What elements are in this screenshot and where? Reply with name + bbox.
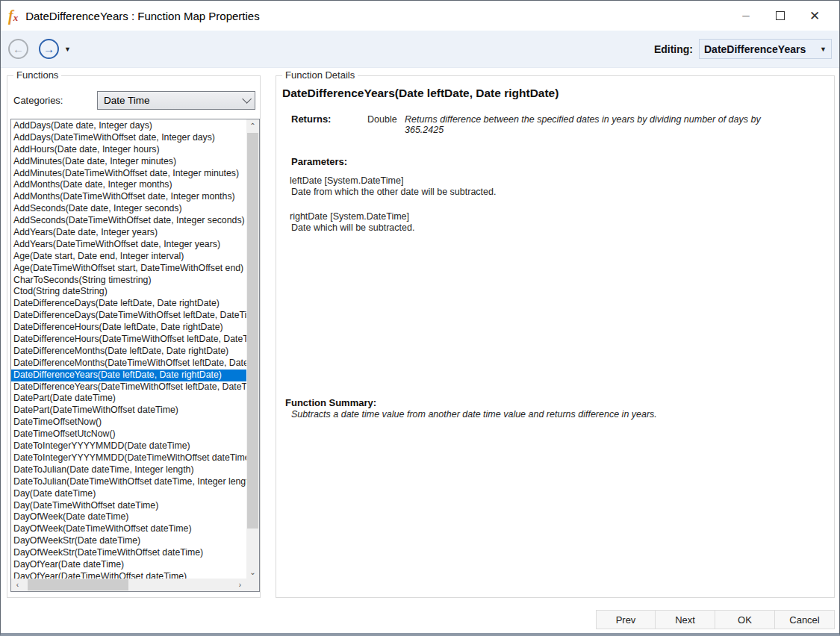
function-map-properties-dialog: fx DateDifferenceYears : Function Map Pr… [0, 0, 840, 636]
footer-button-bar: Prev Next OK Cancel [1, 605, 839, 633]
forward-arrow-icon: → [43, 43, 55, 55]
list-item[interactable]: DateDifferenceDays(Date leftDate, Date r… [11, 298, 246, 310]
list-item[interactable]: DateDifferenceHours(Date leftDate, Date … [11, 322, 246, 334]
list-item[interactable]: DateToJulian(Date dateTime, Integer leng… [11, 464, 246, 476]
forward-dropdown-caret-icon[interactable]: ▼ [64, 46, 71, 53]
minimize-button[interactable]: – [729, 4, 763, 27]
list-item[interactable]: DateTimeOffsetUtcNow() [11, 428, 246, 440]
editing-function-value: DateDifferenceYears [704, 43, 806, 55]
parameter-description: Date from which the other date will be s… [291, 187, 496, 197]
ok-button[interactable]: OK [715, 610, 775, 629]
list-item[interactable]: Day(DateTimeWithOffset dateTime) [11, 500, 246, 512]
list-item[interactable]: DayOfWeek(Date dateTime) [11, 511, 246, 523]
function-summary-label: Function Summary: [285, 397, 376, 408]
list-item[interactable]: DateDifferenceHours(DateTimeWithOffset l… [11, 334, 246, 346]
categories-value: Date Time [104, 95, 150, 106]
editing-function-dropdown[interactable]: DateDifferenceYears ▼ [699, 39, 832, 59]
list-item[interactable]: DatePart(DateTimeWithOffset dateTime) [11, 405, 246, 417]
back-button[interactable]: ← [8, 39, 28, 59]
returns-label: Returns: [291, 113, 331, 125]
prev-button[interactable]: Prev [596, 610, 656, 629]
list-item[interactable]: AddMonths(DateTimeWithOffset date, Integ… [11, 191, 246, 203]
horizontal-scroll-thumb[interactable] [28, 579, 128, 590]
list-item[interactable]: Ctod(String dateString) [11, 286, 246, 298]
list-item[interactable]: DateDifferenceMonths(DateTimeWithOffset … [11, 358, 246, 370]
returns-type: Double [367, 114, 397, 125]
main-content: Functions Categories: Date Time AddDays(… [1, 68, 839, 609]
list-item[interactable]: DateToIntegerYYYYMMDD(DateTimeWithOffset… [11, 452, 246, 464]
scroll-left-icon[interactable]: ‹ [11, 579, 24, 591]
close-button[interactable]: ✕ [797, 4, 832, 27]
list-item[interactable]: Day(Date dateTime) [11, 488, 246, 500]
horizontal-scrollbar[interactable]: ‹ › [11, 579, 246, 591]
list-item[interactable]: AddDays(DateTimeWithOffset date, Integer… [11, 132, 246, 144]
title-bar: fx DateDifferenceYears : Function Map Pr… [1, 1, 839, 31]
window-title: DateDifferenceYears : Function Map Prope… [25, 10, 260, 22]
list-item[interactable]: DayOfWeek(DateTimeWithOffset dateTime) [11, 523, 246, 535]
next-button[interactable]: Next [656, 610, 715, 629]
list-item[interactable]: DayOfWeekStr(DateTimeWithOffset dateTime… [11, 547, 246, 559]
parameter-description: Date which will be subtracted. [291, 222, 414, 233]
functions-legend: Functions [13, 69, 61, 81]
list-item[interactable]: DateToJulian(DateTimeWithOffset dateTime… [11, 476, 246, 488]
list-item[interactable]: AddDays(Date date, Integer days) [11, 120, 246, 132]
scroll-right-icon[interactable]: › [234, 579, 246, 591]
function-list-rows: AddDays(Date date, Integer days)AddDays(… [11, 120, 246, 579]
maximize-button[interactable] [763, 4, 797, 27]
list-item[interactable]: Age(Date start, Date end, Integer interv… [11, 251, 246, 263]
vertical-scrollbar[interactable]: ⌃ ⌄ [246, 119, 259, 579]
list-item[interactable]: DayOfYear(DateTimeWithOffset dateTime) [11, 571, 246, 579]
list-item[interactable]: DateDifferenceMonths(Date leftDate, Date… [11, 346, 246, 358]
chevron-down-icon: ▼ [820, 46, 827, 53]
list-item[interactable]: AddYears(Date date, Integer years) [11, 227, 246, 239]
navigation-toolbar: ← → ▼ Editing: DateDifferenceYears ▼ [1, 31, 839, 68]
list-item[interactable]: DayOfYear(Date dateTime) [11, 559, 246, 571]
list-item[interactable]: AddMinutes(Date date, Integer minutes) [11, 156, 246, 168]
parameter-name: leftDate [System.DateTime] [290, 175, 403, 186]
list-item[interactable]: DateDifferenceYears(DateTimeWithOffset l… [11, 381, 246, 393]
returns-description: Returns difference between the specified… [405, 114, 793, 135]
list-item[interactable]: AddYears(DateTimeWithOffset date, Intege… [11, 239, 246, 251]
scrollbar-corner [246, 579, 259, 591]
fx-app-icon: fx [8, 7, 18, 25]
list-item[interactable]: DateDifferenceDays(DateTimeWithOffset le… [11, 310, 246, 322]
list-item[interactable]: Age(DateTimeWithOffset start, DateTimeWi… [11, 263, 246, 275]
list-item[interactable]: DateTimeOffsetNow() [11, 417, 246, 428]
list-item[interactable]: AddSeconds(DateTimeWithOffset date, Inte… [11, 215, 246, 227]
scroll-down-icon[interactable]: ⌄ [246, 566, 259, 579]
list-item[interactable]: DayOfWeekStr(Date dateTime) [11, 535, 246, 547]
parameters-label: Parameters: [291, 156, 347, 167]
categories-label: Categories: [13, 95, 63, 106]
list-item[interactable]: AddSeconds(Date date, Integer seconds) [11, 203, 246, 215]
list-item[interactable]: AddHours(Date date, Integer hours) [11, 144, 246, 156]
list-item[interactable]: AddMinutes(DateTimeWithOffset date, Inte… [11, 168, 246, 180]
cancel-button[interactable]: Cancel [775, 610, 835, 629]
chevron-down-icon [242, 94, 252, 104]
function-listbox[interactable]: AddDays(Date date, Integer days)AddDays(… [10, 119, 260, 592]
function-details-groupbox: Function Details DateDifferenceYears(Dat… [276, 75, 835, 598]
list-item[interactable]: DateDifferenceYears(Date leftDate, Date … [11, 370, 246, 381]
function-details-legend: Function Details [282, 69, 358, 81]
back-arrow-icon: ← [13, 43, 24, 55]
categories-dropdown[interactable]: Date Time [97, 91, 255, 110]
list-item[interactable]: CharToSeconds(String timestring) [11, 275, 246, 287]
forward-button[interactable]: → [39, 39, 59, 59]
parameter-name: rightDate [System.DateTime] [290, 211, 409, 222]
function-signature: DateDifferenceYears(Date leftDate, Date … [282, 87, 559, 100]
list-item[interactable]: DatePart(Date dateTime) [11, 393, 246, 405]
list-item[interactable]: DateToIntegerYYYYMMDD(Date dateTime) [11, 440, 246, 452]
list-item[interactable]: AddMonths(Date date, Integer months) [11, 179, 246, 191]
maximize-icon [776, 11, 785, 20]
editing-label: Editing: [654, 43, 693, 55]
functions-groupbox: Functions Categories: Date Time AddDays(… [7, 75, 261, 598]
function-summary-text: Subtracts a date time value from another… [291, 409, 814, 420]
scroll-up-icon[interactable]: ⌃ [246, 119, 259, 132]
vertical-scroll-thumb[interactable] [247, 133, 258, 529]
